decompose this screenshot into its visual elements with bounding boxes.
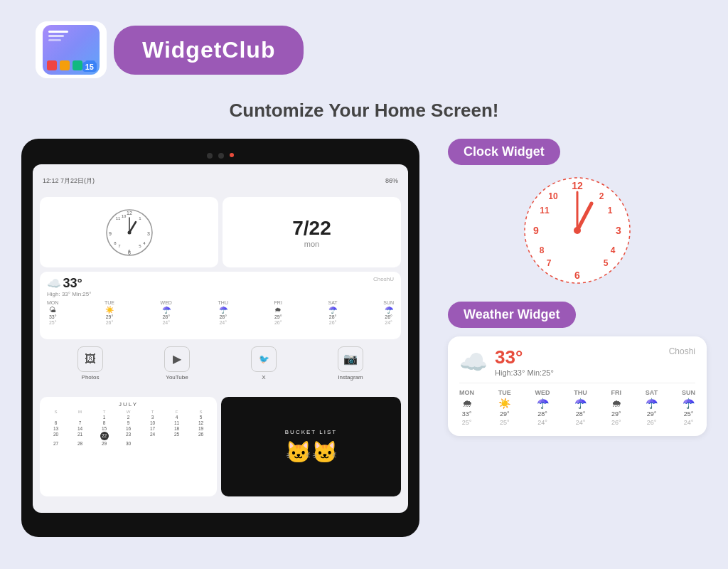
- weather-hilow: High:33° Min:25°: [495, 368, 554, 377]
- clock-widget-display: 12 3 6 9 10 2 4 8 11 1 5 7: [520, 174, 634, 287]
- main-content: 12:12 7月22日(月) 86% 12 3 6 9 11 1 4: [0, 139, 728, 537]
- cloud-icon: ☁️: [459, 349, 488, 376]
- photos-label: Photos: [82, 374, 100, 381]
- tablet-date-day: mon: [304, 240, 319, 248]
- tablet-dot-2: [218, 153, 224, 159]
- weather-day-thu: THU☂️28°24°: [218, 300, 228, 325]
- dot-green: [73, 60, 82, 70]
- clock-widget-section: Clock Widget 12 3 6 9 10 2 4 8 11 1: [448, 139, 707, 287]
- svg-text:10: 10: [121, 214, 126, 218]
- tablet-date-value: 7/22: [292, 217, 331, 240]
- brand-name: WidgetClub: [142, 37, 275, 63]
- tablet-dot-1: [207, 153, 213, 159]
- svg-text:10: 10: [548, 191, 558, 201]
- ww-day-fri: FRI🌧29°26°: [611, 389, 622, 426]
- ww-day-tue: TUE☀️29°25°: [498, 389, 511, 426]
- weather-widget-label: Weather Widget: [448, 302, 576, 328]
- weather-day-wed: WED☂️28°24°: [161, 300, 172, 325]
- ww-day-sun: SUN☂️25°24°: [682, 389, 695, 426]
- logo-badge: 15: [82, 62, 97, 72]
- weather-widget-section: Weather Widget ☁️ 33° High:33° Min:25° C…: [448, 302, 707, 436]
- x-label: X: [262, 374, 265, 381]
- app-youtube[interactable]: ▶ YouTube: [164, 346, 190, 390]
- logo-box: 15: [36, 21, 107, 78]
- svg-text:8: 8: [540, 245, 545, 255]
- weather-temp-info: 33° High:33° Min:25°: [495, 346, 554, 377]
- bucket-cats-icon: 🐱🐱: [285, 440, 338, 464]
- tablet-weather-days: MON🌤33°25° TUE☀️29°26° WED☂️28°24° THU☂️…: [47, 300, 394, 325]
- svg-text:11: 11: [115, 216, 120, 220]
- svg-text:5: 5: [604, 258, 609, 268]
- ww-day-wed: WED☂️28°24°: [535, 389, 550, 426]
- weather-day-fri: FRI🌧29°26°: [274, 300, 282, 325]
- tablet-weather-widget: ☁️ 33° High: 33° Min:25° ChoshU MON🌤33°2…: [40, 272, 401, 339]
- svg-text:9: 9: [109, 231, 112, 236]
- tablet-screen: 12:12 7月22日(月) 86% 12 3 6 9 11 1 4: [33, 164, 408, 513]
- svg-point-15: [127, 230, 131, 234]
- youtube-label: YouTube: [166, 374, 188, 381]
- weather-card-left: ☁️ 33° High:33° Min:25°: [459, 346, 554, 377]
- logo-line-1: [48, 31, 68, 33]
- tablet-dot-camera: [230, 153, 234, 157]
- svg-text:12: 12: [127, 211, 132, 216]
- tablet-weather-temp: 33°: [63, 276, 82, 290]
- weather-widget-card: ☁️ 33° High:33° Min:25° Choshi MON🌧33°25…: [448, 336, 707, 436]
- svg-text:7: 7: [547, 258, 552, 268]
- tablet-apps-row: 🖼 Photos ▶ YouTube 🐦 X 📷 Instagram: [40, 344, 401, 393]
- weather-day-sat: SAT☂️28°26°: [328, 300, 337, 325]
- logo-lines: [48, 31, 68, 41]
- tablet-mockup: 12:12 7月22日(月) 86% 12 3 6 9 11 1 4: [21, 139, 419, 537]
- x-icon: 🐦: [251, 346, 277, 372]
- svg-text:3: 3: [616, 225, 621, 236]
- svg-text:1: 1: [608, 206, 613, 216]
- svg-point-31: [574, 227, 581, 234]
- tablet-bottom-row: JULY SMTWTFS 12345 6789101112 1314151617…: [40, 397, 401, 496]
- instagram-icon: 📷: [338, 346, 363, 372]
- weather-city: Choshi: [669, 346, 695, 356]
- app-x[interactable]: 🐦 X: [251, 346, 277, 390]
- logo-line-3: [48, 39, 61, 41]
- app-instagram[interactable]: 📷 Instagram: [338, 346, 363, 390]
- weather-day-mon: MON🌤33°25°: [47, 300, 58, 325]
- dot-yellow: [60, 60, 70, 70]
- calendar-grid: SMTWTFS 12345 6789101112 13141516171819 …: [44, 410, 213, 446]
- brand-pill: WidgetClub: [114, 26, 304, 75]
- youtube-icon: ▶: [164, 346, 190, 372]
- photos-icon: 🖼: [77, 346, 103, 372]
- calendar-month: JULY: [44, 401, 213, 408]
- tablet-weather-location: ChoshU: [373, 276, 394, 282]
- logo-inner: 15: [43, 25, 100, 75]
- tablet-time: 12:12 7月22日(月): [43, 176, 95, 186]
- tablet-battery: 86%: [385, 177, 398, 184]
- tablet-top-bar: [33, 153, 408, 159]
- svg-text:6: 6: [574, 270, 580, 281]
- tablet-clock-widget: 12 3 6 9 11 1 4 8 6 10 5 7: [40, 197, 218, 267]
- svg-text:9: 9: [533, 225, 539, 236]
- ww-day-thu: THU☂️28°24°: [574, 389, 587, 426]
- svg-text:4: 4: [611, 245, 616, 255]
- tablet-status-bar: 12:12 7月22日(月) 86%: [40, 171, 401, 193]
- weather-card-top: ☁️ 33° High:33° Min:25° Choshi: [459, 346, 695, 377]
- tablet-wrapper: 12:12 7月22日(月) 86% 12 3 6 9 11 1 4: [21, 139, 434, 537]
- instagram-label: Instagram: [338, 374, 363, 381]
- logo-line-2: [48, 35, 64, 37]
- clock-widget-label: Clock Widget: [448, 139, 560, 165]
- svg-text:12: 12: [572, 180, 583, 191]
- tablet-weather-left: ☁️ 33° High: 33° Min:25°: [47, 276, 91, 297]
- tablet-weather-hilow: High: 33° Min:25°: [47, 291, 91, 297]
- bucket-title: Bucket List: [285, 429, 337, 435]
- svg-text:11: 11: [540, 206, 550, 216]
- analog-clock-big-svg: 12 3 6 9 10 2 4 8 11 1 5 7: [520, 174, 634, 287]
- tablet-weather-top: ☁️ 33° High: 33° Min:25° ChoshU: [47, 276, 394, 297]
- ww-day-sat: SAT☂️29°26°: [646, 389, 658, 426]
- calendar-widget: JULY SMTWTFS 12345 6789101112 1314151617…: [40, 397, 217, 496]
- dot-red: [47, 60, 57, 70]
- header: 15 WidgetClub: [0, 0, 728, 85]
- right-widgets-panel: Clock Widget 12 3 6 9 10 2 4 8 11 1: [448, 139, 707, 537]
- weather-days-row: MON🌧33°25° TUE☀️29°25° WED☂️28°24° THU☂️…: [459, 383, 695, 426]
- ww-day-mon: MON🌧33°25°: [459, 389, 474, 426]
- tablet-date-widget: 7/22 mon: [223, 197, 401, 267]
- tagline: Cuntomize Your Home Screen!: [0, 100, 728, 122]
- analog-clock-small-svg: 12 3 6 9 11 1 4 8 6 10 5 7: [105, 208, 154, 257]
- app-photos[interactable]: 🖼 Photos: [77, 346, 103, 390]
